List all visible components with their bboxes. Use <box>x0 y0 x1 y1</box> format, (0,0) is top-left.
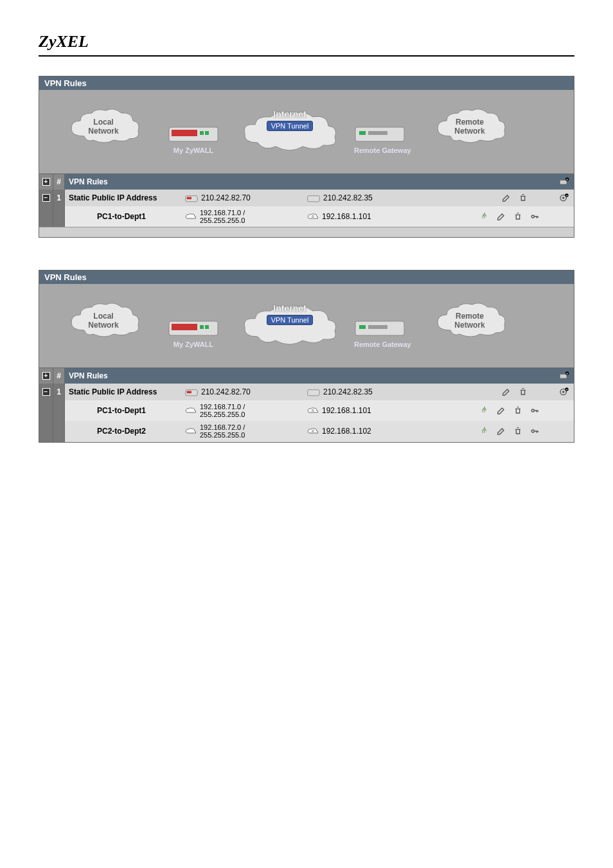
router-icon <box>184 387 199 396</box>
rules-header-num: # <box>53 174 65 190</box>
svg-rect-7 <box>359 131 366 135</box>
vpn-tunnel-label: Internet VPN Tunnel <box>251 303 328 325</box>
policy-remote-net: R 192.168.1.101 <box>303 400 412 421</box>
expand-all-toggle[interactable]: + <box>39 174 53 190</box>
policy-row: PC1-to-Dept1 192.168.71.0 /255.255.255.0… <box>39 400 574 421</box>
rules-header-row: + # VPN Rules + <box>39 368 574 384</box>
rules-header-label: VPN Rules <box>69 177 108 186</box>
edit-icon[interactable] <box>501 386 512 398</box>
svg-rect-15 <box>187 197 191 199</box>
svg-text:Local: Local <box>93 118 113 127</box>
my-zywall-router: My ZyWALL <box>168 125 219 154</box>
gateway-number: 1 <box>53 384 65 400</box>
svg-text:+: + <box>566 371 568 375</box>
add-gateway-icon[interactable]: + <box>558 176 570 188</box>
add-gateway-icon[interactable]: + <box>558 370 570 382</box>
svg-text:Local: Local <box>93 312 113 321</box>
vpn-tunnel-label: Internet VPN Tunnel <box>251 109 328 131</box>
key-icon[interactable] <box>529 425 540 437</box>
edit-icon[interactable] <box>495 405 507 416</box>
svg-text:R: R <box>312 409 314 412</box>
remote-network-cloud: RemoteNetwork <box>431 298 508 345</box>
brand-logo: ZyXEL <box>39 32 574 57</box>
key-icon[interactable] <box>529 211 540 222</box>
rules-header-num: # <box>53 368 65 384</box>
vpn-rules-panel: VPN Rules LocalNetwork My ZyWALL Interne… <box>39 270 574 442</box>
gateway-remote-ip: 210.242.82.35 <box>303 190 412 206</box>
svg-text:Remote: Remote <box>456 118 484 127</box>
gateway-number: 1 <box>53 190 65 206</box>
router-icon <box>306 193 321 202</box>
gateway-row: − 1 Static Public IP Address 210.242.82.… <box>39 384 574 400</box>
policy-name: PC2-to-Dept2 <box>65 421 181 441</box>
remote-network-cloud: RemoteNetwork <box>431 104 508 151</box>
connect-icon[interactable] <box>479 405 490 416</box>
policy-remote-net: R 192.168.1.101 <box>303 206 412 227</box>
cloud-icon <box>184 212 197 221</box>
topology-diagram: LocalNetwork My ZyWALL Internet VPN Tunn… <box>39 284 574 368</box>
rules-header-label: VPN Rules <box>69 371 108 380</box>
delete-icon[interactable] <box>512 211 524 222</box>
gateway-name: Static Public IP Address <box>65 190 181 206</box>
svg-rect-26 <box>200 325 204 329</box>
svg-rect-5 <box>205 131 209 135</box>
svg-rect-16 <box>308 196 319 202</box>
connect-icon[interactable] <box>479 211 490 222</box>
add-policy-icon[interactable]: + <box>558 192 570 204</box>
svg-rect-27 <box>205 325 209 329</box>
remote-gateway-router: Remote Gateway <box>354 125 411 154</box>
svg-rect-38 <box>308 390 319 396</box>
add-policy-icon[interactable]: + <box>558 386 570 398</box>
gateway-remote-ip: 210.242.82.35 <box>303 384 412 400</box>
edit-icon[interactable] <box>501 192 512 204</box>
edit-icon[interactable] <box>495 211 507 222</box>
policy-local-net: 192.168.71.0 /255.255.255.0 <box>181 206 303 227</box>
cloud-icon: R <box>306 406 319 415</box>
gateway-row: − 1 Static Public IP Address 210.242.82.… <box>39 190 574 206</box>
cloud-icon: R <box>306 427 319 436</box>
gateway-local-ip: 210.242.82.70 <box>181 384 303 400</box>
policy-remote-net: R 192.168.1.102 <box>303 421 412 441</box>
svg-rect-37 <box>187 391 191 394</box>
delete-icon[interactable] <box>512 405 524 416</box>
svg-point-45 <box>531 430 534 432</box>
delete-icon[interactable] <box>512 425 524 437</box>
vpn-rules-panel: VPN Rules LocalNetwork My ZyWALL Interne… <box>39 76 574 238</box>
local-network-cloud: LocalNetwork <box>65 104 142 151</box>
collapse-toggle[interactable]: − <box>39 190 53 206</box>
svg-rect-29 <box>359 325 366 329</box>
svg-text:R: R <box>312 430 314 434</box>
svg-text:+: + <box>566 177 568 181</box>
delete-icon[interactable] <box>517 386 529 398</box>
policy-row: PC2-to-Dept2 192.168.72.0 /255.255.255.0… <box>39 421 574 441</box>
panel-title: VPN Rules <box>39 76 574 90</box>
local-network-cloud: LocalNetwork <box>65 298 142 345</box>
svg-rect-11 <box>560 180 567 184</box>
remote-gateway-router: Remote Gateway <box>354 319 411 348</box>
delete-icon[interactable] <box>517 192 529 204</box>
svg-text:Network: Network <box>88 321 119 330</box>
svg-rect-25 <box>172 324 197 330</box>
svg-rect-8 <box>368 131 387 135</box>
cloud-icon <box>184 427 197 436</box>
policy-name: PC1-to-Dept1 <box>65 400 181 421</box>
connect-icon[interactable] <box>479 425 490 437</box>
svg-rect-3 <box>172 130 197 136</box>
my-zywall-router: My ZyWALL <box>168 319 219 348</box>
svg-text:+: + <box>565 387 567 391</box>
svg-text:Network: Network <box>88 127 119 136</box>
edit-icon[interactable] <box>495 425 507 437</box>
rules-header-row: + # VPN Rules + <box>39 173 574 190</box>
key-icon[interactable] <box>529 405 540 416</box>
expand-all-toggle[interactable]: + <box>39 368 53 384</box>
panel-title: VPN Rules <box>39 270 574 284</box>
policy-local-net: 192.168.71.0 /255.255.255.0 <box>181 400 303 421</box>
svg-text:Network: Network <box>454 127 485 136</box>
gateway-name: Static Public IP Address <box>65 384 181 400</box>
svg-text:Remote: Remote <box>456 312 484 321</box>
collapse-toggle[interactable]: − <box>39 384 53 400</box>
svg-text:Network: Network <box>454 321 485 330</box>
router-icon <box>184 193 199 202</box>
svg-rect-33 <box>560 375 567 379</box>
cloud-icon <box>184 406 197 415</box>
